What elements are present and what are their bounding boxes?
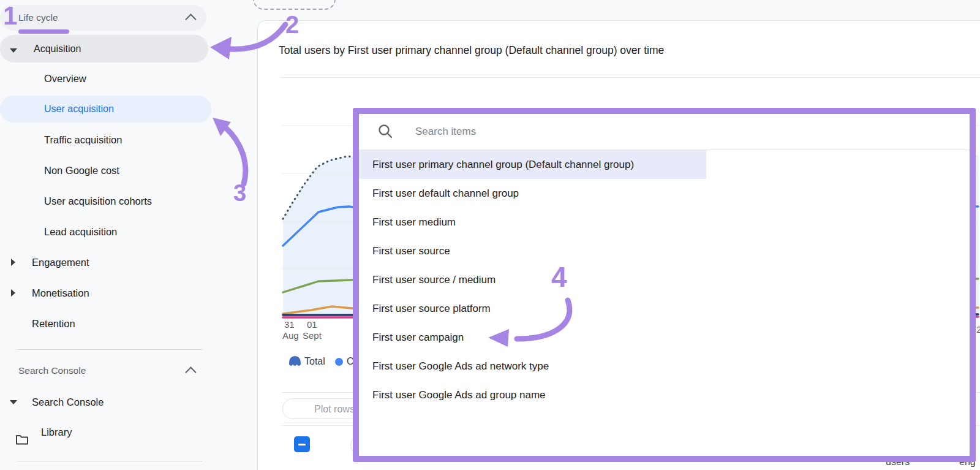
annotation-step-3: 3 [233, 180, 246, 207]
x-tick-month: Sept [303, 330, 322, 341]
card-divider [281, 77, 980, 78]
highlight-dashed-outline [253, 0, 336, 10]
sidebar-item-acquisition[interactable]: Acquisition [0, 35, 208, 63]
dimension-picker-dialog: Search items First user primary channel … [353, 108, 976, 462]
search-input[interactable]: Search items [415, 114, 476, 150]
sidebar-item-traffic-acquisition[interactable]: Traffic acquisition [0, 124, 221, 155]
sidebar-item-label: Traffic acquisition [44, 124, 122, 155]
caret-right-icon[interactable] [11, 259, 15, 266]
sidebar-item-retention[interactable]: Retention [0, 308, 221, 339]
sidebar-item-search-console[interactable]: Search Console [0, 387, 221, 417]
annotation-underline [18, 29, 69, 34]
sidebar-item-label: Lead acquisition [44, 216, 117, 247]
sidebar-item-monetisation[interactable]: Monetisation [0, 278, 221, 308]
sidebar-section-life-cycle[interactable]: Life cycle [0, 5, 206, 31]
sidebar-item-label: Search Console [32, 387, 104, 417]
sidebar-item-label: User acquisition cohorts [44, 186, 152, 216]
legend-series-dot [335, 358, 343, 366]
chevron-up-icon [185, 13, 196, 25]
sidebar-item-label: Overview [44, 63, 86, 94]
annotation-step-2: 2 [285, 11, 299, 39]
annotation-step-4: 4 [551, 260, 567, 294]
sidebar-item-label: Engagement [32, 247, 89, 278]
sidebar-item-lead-acquisition[interactable]: Lead acquisition [0, 216, 221, 247]
select-all-checkbox[interactable] [294, 436, 310, 452]
folder-icon [15, 426, 29, 457]
sidebar-item-user-acquisition[interactable]: User acquisition [0, 96, 211, 123]
dimension-option-selected[interactable]: First user primary channel group (Defaul… [359, 150, 706, 179]
sidebar-item-user-acquisition-cohorts[interactable]: User acquisition cohorts [0, 186, 221, 216]
sidebar-item-label: User acquisition [44, 96, 114, 123]
x-tick-day: 31 [284, 319, 295, 330]
sidebar-item-label: Library [41, 417, 72, 447]
section-label: Search Console [0, 365, 86, 376]
x-tick-day: 01 [307, 319, 317, 330]
sidebar-item-label: Non Google cost [44, 155, 119, 186]
y-axis-partial-label: 2 [976, 324, 980, 335]
chevron-up-icon [185, 366, 196, 377]
sidebar-item-label: Monetisation [32, 278, 89, 308]
dimension-option[interactable]: First user medium [359, 208, 970, 237]
annotation-step-1: 1 [3, 1, 17, 31]
chart-title: Total users by First user primary channe… [279, 44, 664, 57]
sidebar-item-engagement[interactable]: Engagement [0, 247, 221, 278]
sidebar-divider [17, 461, 202, 461]
sidebar-item-label: Acquisition [34, 35, 81, 63]
dimension-option-first-user-campaign[interactable]: First user campaign [359, 323, 970, 352]
search-icon [377, 123, 393, 142]
sidebar-item-library[interactable]: Library [0, 417, 221, 447]
sidebar-section-search-console[interactable]: Search Console [0, 358, 206, 384]
dimension-option[interactable]: First user default channel group [359, 179, 970, 208]
legend-total-label[interactable]: Total [304, 356, 325, 367]
dimension-option[interactable]: First user source / medium [359, 265, 970, 294]
dimension-option[interactable]: First user source [359, 237, 970, 265]
sidebar-item-overview[interactable]: Overview [0, 63, 221, 94]
sidebar-item-label: Retention [32, 308, 75, 339]
indeterminate-mark [298, 444, 306, 445]
dimension-option[interactable]: First user source platform [359, 294, 970, 323]
sidebar-item-non-google-cost[interactable]: Non Google cost [0, 155, 221, 186]
caret-down-icon[interactable] [10, 48, 17, 53]
dimension-option[interactable]: First user Google Ads ad network type [359, 352, 970, 381]
caret-down-icon[interactable] [10, 400, 17, 404]
sidebar: Life cycle Acquisition Overview User acq… [0, 0, 257, 470]
sidebar-divider [17, 349, 202, 350]
search-row[interactable]: Search items [359, 114, 970, 150]
x-tick-month: Aug [282, 330, 299, 341]
caret-right-icon[interactable] [11, 289, 15, 297]
total-series-icon [288, 355, 301, 370]
dimension-option[interactable]: First user Google Ads ad group name [359, 381, 970, 409]
